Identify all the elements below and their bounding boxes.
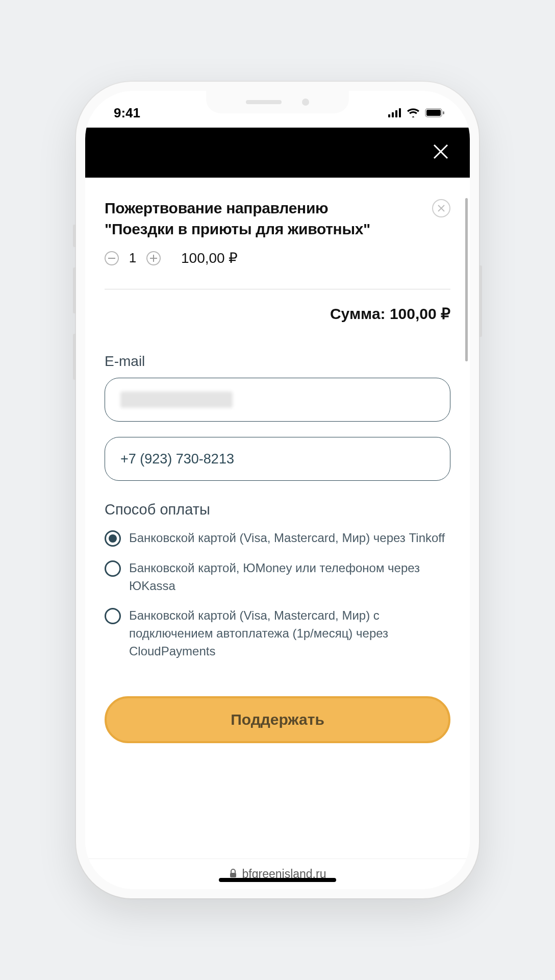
total-row: Сумма: 100,00 ₽ bbox=[105, 305, 450, 323]
svg-rect-6 bbox=[443, 111, 444, 114]
submit-button[interactable]: Поддержать bbox=[105, 696, 450, 743]
remove-item-button[interactable] bbox=[432, 199, 450, 217]
battery-icon bbox=[425, 105, 444, 121]
cellular-icon bbox=[388, 105, 401, 121]
svg-rect-2 bbox=[395, 110, 397, 117]
wifi-icon bbox=[407, 105, 420, 121]
svg-rect-0 bbox=[388, 114, 390, 117]
status-time: 9:41 bbox=[114, 105, 140, 121]
payment-option-label: Банковской картой (Visa, Mastercard, Мир… bbox=[129, 607, 450, 660]
content-area: Пожертвование направлению "Поездки в при… bbox=[85, 178, 470, 859]
close-icon[interactable] bbox=[432, 143, 449, 162]
svg-rect-5 bbox=[426, 110, 441, 116]
phone-notch bbox=[206, 91, 349, 113]
svg-rect-14 bbox=[230, 873, 236, 877]
quantity-row: 1 100,00 ₽ bbox=[105, 250, 450, 266]
home-indicator[interactable] bbox=[219, 878, 336, 882]
radio-icon bbox=[105, 560, 121, 577]
payment-option-yookassa[interactable]: Банковской картой, ЮMoney или телефоном … bbox=[105, 559, 450, 595]
payment-method-label: Способ оплаты bbox=[105, 501, 450, 518]
phone-field[interactable]: +7 (923) 730-8213 bbox=[105, 437, 450, 481]
phone-value: +7 (923) 730-8213 bbox=[120, 451, 234, 467]
email-field[interactable] bbox=[105, 378, 450, 422]
divider bbox=[105, 289, 450, 289]
svg-rect-1 bbox=[392, 112, 394, 117]
decrease-button[interactable] bbox=[105, 251, 119, 265]
email-label: E-mail bbox=[105, 353, 450, 370]
radio-icon bbox=[105, 530, 121, 547]
payment-option-cloudpayments[interactable]: Банковской картой (Visa, Mastercard, Мир… bbox=[105, 607, 450, 660]
top-bar bbox=[85, 128, 470, 178]
product-title: Пожертвование направлению "Поездки в при… bbox=[105, 198, 370, 239]
radio-icon bbox=[105, 608, 121, 624]
payment-option-label: Банковской картой (Visa, Mastercard, Мир… bbox=[129, 529, 450, 547]
email-value-redacted bbox=[120, 391, 233, 408]
phone-frame: 9:41 Пожертвование н bbox=[76, 82, 479, 898]
payment-option-label: Банковской картой, ЮMoney или телефоном … bbox=[129, 559, 450, 595]
browser-url-bar[interactable]: bfgreenisland.ru bbox=[85, 859, 470, 889]
quantity-value: 1 bbox=[128, 250, 137, 266]
item-price: 100,00 ₽ bbox=[181, 250, 238, 266]
payment-option-tinkoff[interactable]: Банковской картой (Visa, Mastercard, Мир… bbox=[105, 529, 450, 547]
svg-rect-3 bbox=[399, 108, 401, 117]
scrollbar[interactable] bbox=[465, 198, 468, 361]
increase-button[interactable] bbox=[146, 251, 161, 265]
